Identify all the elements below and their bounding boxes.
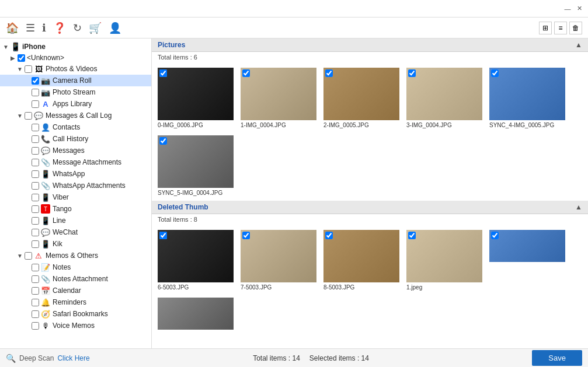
del-photo-thumb-0[interactable] [158, 230, 234, 282]
sidebar-checkbox-reminders[interactable] [32, 299, 39, 306]
del-photo-checkbox-4[interactable] [491, 232, 499, 239]
deep-scan-link[interactable]: Click Here [57, 354, 89, 362]
sidebar-item-whatsapp-attachments[interactable]: 📎 WhatsApp Attachments [0, 180, 151, 191]
del-photo-checkbox-0[interactable] [159, 232, 167, 239]
sidebar-item-unknown[interactable]: ▶ <Unknown> [0, 53, 151, 63]
sidebar-item-wechat[interactable]: 💬 WeChat [0, 226, 151, 238]
photo-label-5: SYNC_5-IMG_0004.JPG [158, 190, 222, 196]
photo-checkbox-3[interactable] [408, 69, 416, 77]
del-photo-checkbox-2[interactable] [325, 232, 333, 239]
sidebar-checkbox-call-history[interactable] [32, 135, 39, 143]
sidebar-item-photos-videos[interactable]: ▼ 🖼 Photos & Videos [0, 63, 151, 75]
sidebar-checkbox-voice-memos[interactable] [32, 322, 39, 330]
sidebar-item-label: Photo Stream [53, 88, 95, 96]
sidebar-checkbox-calendar[interactable] [32, 287, 39, 295]
save-button[interactable]: Save [532, 350, 582, 366]
menu-icon[interactable]: ☰ [26, 22, 35, 34]
expand-icon [23, 89, 30, 96]
sidebar-item-contacts[interactable]: 👤 Contacts [0, 121, 151, 133]
sidebar-checkbox-whatsapp[interactable] [32, 170, 39, 178]
pictures-collapse-button[interactable]: ▲ [575, 41, 582, 49]
sidebar-item-reminders[interactable]: 🔔 Reminders [0, 296, 151, 308]
sidebar-checkbox-viber[interactable] [32, 194, 39, 201]
sidebar-item-label: iPhone [22, 43, 46, 51]
detail-view-button[interactable]: 🗑 [569, 22, 582, 34]
sidebar-checkbox-contacts[interactable] [32, 124, 39, 131]
sidebar-checkbox-kik[interactable] [32, 240, 39, 248]
photo-checkbox-1[interactable] [242, 69, 250, 77]
sidebar-checkbox-photo-stream[interactable] [32, 89, 39, 96]
sidebar-item-memos-others[interactable]: ▼ ⚠ Memos & Others [0, 250, 151, 261]
sidebar-checkbox-line[interactable] [32, 217, 39, 225]
sidebar-checkbox-wechat[interactable] [32, 229, 39, 236]
sidebar-checkbox-camera-roll[interactable] [32, 77, 39, 85]
close-button[interactable]: ✕ [575, 5, 583, 13]
photo-checkbox-0[interactable] [159, 69, 167, 77]
photo-checkbox-2[interactable] [325, 69, 333, 77]
sidebar-item-calendar[interactable]: 📅 Calendar [0, 285, 151, 296]
del-photo-checkbox-1[interactable] [242, 232, 250, 239]
sidebar-checkbox-msg-attach[interactable] [32, 159, 39, 166]
sidebar-checkbox-notes-attach[interactable] [32, 275, 39, 283]
sidebar-item-messages[interactable]: 💬 Messages [0, 145, 151, 156]
sidebar-checkbox-apps-library[interactable] [32, 100, 39, 108]
del-photo-item-5 [158, 298, 234, 330]
selected-items-label: Selected items : 14 [309, 354, 369, 362]
photo-label-0: 0-IMG_0006.JPG [158, 122, 203, 128]
sidebar-checkbox-whatsapp-attach[interactable] [32, 182, 39, 190]
sidebar-item-tango[interactable]: T Tango [0, 203, 151, 215]
sidebar-item-safari-bookmarks[interactable]: 🧭 Safari Bookmarks [0, 308, 151, 320]
home-icon[interactable]: 🏠 [6, 22, 19, 34]
cart-icon[interactable]: 🛒 [89, 22, 102, 34]
expand-icon [23, 264, 30, 271]
sidebar-item-photo-stream[interactable]: 📷 Photo Stream [0, 86, 151, 98]
help-icon[interactable]: ❓ [53, 22, 66, 34]
del-photo-thumb-2[interactable] [323, 230, 399, 282]
sidebar-item-messages-call-log[interactable]: ▼ 💬 Messages & Call Log [0, 110, 151, 121]
minimize-button[interactable]: — [563, 5, 572, 13]
deleted-collapse-button[interactable]: ▲ [575, 203, 582, 211]
photo-thumb-2[interactable] [323, 68, 399, 120]
sidebar-checkbox-notes[interactable] [32, 264, 39, 271]
photo-thumb-0[interactable] [158, 68, 234, 120]
info-icon[interactable]: ℹ [42, 22, 46, 34]
sidebar-item-call-history[interactable]: 📞 Call History [0, 133, 151, 145]
sidebar-item-voice-memos[interactable]: 🎙 Voice Memos [0, 320, 151, 331]
sidebar-checkbox-messages-item[interactable] [32, 147, 39, 155]
list-view-button[interactable]: ≡ [554, 22, 567, 34]
del-photo-thumb-4[interactable] [489, 230, 565, 262]
messages-icon: 💬 [34, 111, 43, 120]
sidebar-item-iphone[interactable]: ▼ 📱 iPhone [0, 41, 151, 53]
sidebar-item-label: Messages [53, 146, 85, 155]
del-photo-thumb-1[interactable] [241, 230, 316, 282]
user-icon[interactable]: 👤 [109, 22, 121, 34]
del-photo-thumb-3[interactable] [406, 230, 482, 282]
sidebar-item-notes[interactable]: 📝 Notes [0, 261, 151, 273]
sidebar-checkbox-safari[interactable] [32, 310, 39, 318]
sidebar-checkbox-messages[interactable] [25, 112, 32, 120]
sidebar-item-line[interactable]: 📱 Line [0, 215, 151, 226]
expand-icon: ▼ [16, 252, 23, 259]
sidebar-checkbox-memos[interactable] [25, 252, 32, 260]
sidebar-checkbox-unknown[interactable] [18, 54, 25, 62]
del-photo-label-2: 8-5003.JPG [323, 284, 354, 291]
del-photo-thumb-5[interactable] [158, 298, 234, 330]
sidebar-checkbox-photos-videos[interactable] [25, 65, 32, 73]
refresh-icon[interactable]: ↻ [73, 22, 82, 34]
sidebar-item-message-attachments[interactable]: 📎 Message Attachments [0, 156, 151, 168]
sidebar-item-camera-roll[interactable]: 📷 Camera Roll [0, 75, 151, 86]
sidebar-item-kik[interactable]: 📱 Kik [0, 238, 151, 250]
photo-checkbox-4[interactable] [491, 69, 499, 77]
photo-checkbox-5[interactable] [159, 137, 167, 145]
del-photo-checkbox-3[interactable] [408, 232, 416, 239]
sidebar-item-viber[interactable]: 📱 Viber [0, 191, 151, 203]
grid-view-button[interactable]: ⊞ [539, 22, 552, 34]
sidebar-item-whatsapp[interactable]: 📱 WhatsApp [0, 168, 151, 180]
sidebar-item-apps-library[interactable]: A Apps Library [0, 98, 151, 110]
sidebar-item-notes-attachment[interactable]: 📎 Notes Attachment [0, 273, 151, 285]
sidebar-checkbox-tango[interactable] [32, 205, 39, 213]
photo-thumb-5[interactable] [158, 135, 234, 188]
photo-thumb-1[interactable] [241, 68, 316, 120]
photo-thumb-4[interactable] [489, 68, 565, 120]
photo-thumb-3[interactable] [406, 68, 482, 120]
